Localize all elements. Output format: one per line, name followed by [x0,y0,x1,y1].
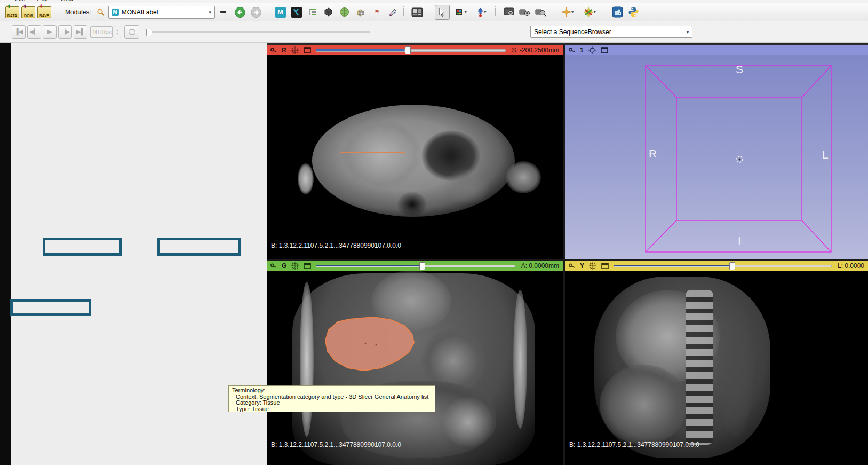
toolbar-separator [495,6,498,18]
sequence-browser-selector[interactable]: Select a SequenceBrowser ▼ [530,26,692,38]
markups-pen-icon [388,7,397,17]
extensions-icon [612,6,623,18]
view-center-icon[interactable] [588,46,596,54]
arrow-decoration: ⬆ [7,4,11,9]
yellow-viewport-header: Y L: 0.0000 [565,261,868,271]
monai-label-module-button[interactable]: M [274,5,288,19]
save-button[interactable]: ⬇SAVE [37,5,51,19]
models-module-button[interactable] [338,5,352,19]
load-data-icon: ⬆DATA [5,6,19,18]
slice-crosshair-icon[interactable] [291,262,299,270]
toolbar-separator [552,6,555,18]
viewport-divider-vertical [563,45,565,465]
chevron-down-icon: ▼ [686,29,690,34]
volume-name-footer: B: 1.3.12.2.1107.5.2.1...3477880990107.0… [569,441,699,448]
chevron-down-icon: ▼ [593,10,597,14]
capture-view-button[interactable] [534,5,548,19]
save-icon: ⬇SAVE [37,6,51,18]
slice-offset-value: A: 0.0000mm [521,262,559,270]
red-slice-viewport[interactable]: R S: -200.2500mm B: 1.3.12.2.1107.5.2.1.… [267,45,563,259]
chevron-down-icon: ▼ [570,10,575,14]
mouse-mode-button[interactable] [435,5,450,20]
seq-loop-button[interactable] [124,25,139,39]
crosshair-button[interactable]: ▼ [559,5,578,19]
seq-last-frame-button[interactable]: ▶▌ [74,25,87,39]
sequence-selector-value: Select a SequenceBrowser [534,28,611,36]
module-search-button[interactable] [95,5,106,19]
threeD-viewport[interactable]: 1 S R L I [565,45,868,259]
view-number-label: 1 [580,46,584,54]
toolbar-separator [403,6,407,18]
menu-file[interactable]: File [15,0,25,3]
slider-fill [316,49,405,51]
measurement-line[interactable] [340,152,405,153]
modules-label: Modules: [65,9,91,16]
menu-view[interactable]: View [60,0,74,3]
module-history-button[interactable] [217,5,231,19]
forward-icon [250,6,262,18]
sequence-slider[interactable] [146,29,370,35]
seq-next-frame-button[interactable]: ▕▶ [58,25,72,39]
slider-handle[interactable] [419,262,425,270]
view-menu-icon[interactable] [304,263,311,269]
place-fiducial-button[interactable]: ▼ [473,5,491,19]
main-toolbar: ⬆DATA ⬆DCM ⬇SAVE Modules: M MONAILabel ▼… [0,3,868,21]
slider-handle[interactable] [146,29,152,36]
seq-play-button[interactable]: ▶ [43,25,57,39]
capture-view-icon [535,7,546,17]
module-hierarchy-button[interactable] [306,5,320,19]
too ltip-line: Terminology: [232,388,432,394]
back-icon [234,6,246,18]
pin-icon[interactable] [569,263,575,269]
module-selector[interactable]: M MONAILabel ▼ [108,6,215,19]
liver-segment-overlay [267,261,563,465]
volumes-icon [355,7,365,17]
orientation-label-left: L [822,148,829,161]
fps-input[interactable]: 10.0fps [90,26,113,38]
layout-selector-button[interactable] [410,5,424,19]
slice-intersection-button[interactable]: ▼ [580,5,600,19]
previous-module-icon [291,7,302,18]
fps-spinner[interactable]: ▲▼ [114,26,121,38]
module-back-button[interactable] [233,5,247,19]
layout-icon [411,7,423,17]
pin-icon[interactable] [569,47,575,53]
yellow-slice-viewport[interactable]: Y L: 0.0000 B: 1.3.12.2.1107.5.2.1...347… [565,261,868,465]
window-level-button[interactable]: ▼ [452,5,471,19]
pin-icon[interactable] [270,263,277,269]
load-data-button[interactable]: ⬆DATA [5,5,19,19]
skip-start-icon: ▐◀ [14,28,23,35]
python-console-button[interactable] [627,5,641,19]
slice-offset-slider[interactable] [316,262,515,269]
slider-handle[interactable] [729,262,735,270]
slice-crosshair-icon[interactable] [589,262,596,270]
screenshot-button[interactable] [502,5,516,19]
volumes-module-button[interactable] [354,5,368,19]
seq-first-frame-button[interactable]: ▐◀ [12,25,26,39]
green-slice-viewport[interactable]: G A: 0.0000mm B: 1.3.12.2.1107.5.2.1...3… [267,261,563,465]
slice-offset-slider[interactable] [614,262,832,269]
volume-name-footer: B: 1.3.12.2.1107.5.2.1...3477880990107.0… [271,242,401,249]
load-dicom-button[interactable]: ⬆DCM [21,5,35,19]
python-console-icon [628,6,639,18]
view-menu-icon[interactable] [601,263,609,269]
slice-crosshair-icon[interactable] [291,46,299,54]
slice-offset-slider[interactable] [316,46,506,53]
view-menu-icon[interactable] [601,47,608,53]
scene-capture-button[interactable] [518,5,532,19]
slider-handle[interactable] [405,46,411,54]
pin-icon[interactable] [270,47,277,53]
annotations-module-button[interactable]: * * [370,5,384,19]
markups-module-button[interactable] [386,5,400,19]
view-menu-icon[interactable] [304,47,311,53]
previous-module-button[interactable] [290,5,304,19]
toolbar-separator [55,6,58,18]
extensions-manager-button[interactable] [611,5,625,19]
menu-edit[interactable]: Edit [37,0,48,3]
slider-fill [614,265,729,266]
seq-previous-frame-button[interactable]: ◀▏ [27,25,41,39]
toolbar-separator [267,6,270,18]
module-forward-button[interactable] [249,5,263,19]
data-cube-icon [323,7,333,17]
data-module-button[interactable] [322,5,336,19]
